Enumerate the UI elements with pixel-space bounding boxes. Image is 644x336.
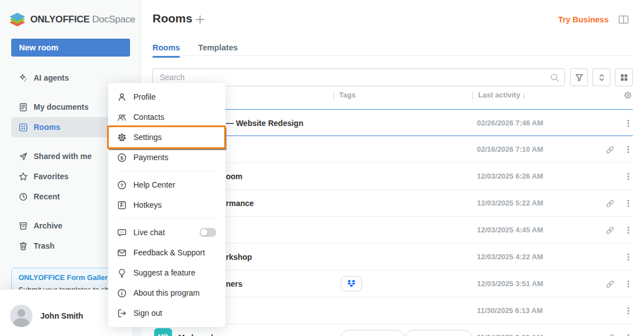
tag-pill[interactable]: [341, 330, 404, 336]
bulb-icon: [117, 268, 127, 278]
docspace-app: ONLYOFFICE DocSpace New room AI agents: [0, 0, 644, 336]
room-name: ners: [226, 270, 243, 297]
copy-link-icon[interactable]: [605, 279, 615, 289]
sort-button[interactable]: [592, 68, 610, 86]
sidebar-item-label: AI agents: [34, 73, 69, 82]
mail-icon: [117, 248, 127, 258]
last-activity-date: 12/03/2025 5:22 AM: [477, 190, 543, 217]
menu-item-hotkeys[interactable]: F Hotkeys: [108, 195, 225, 215]
copy-link-icon[interactable]: [605, 199, 615, 208]
user-name: John Smith: [40, 311, 83, 320]
grid-view-icon: [619, 73, 629, 82]
row-context-menu-icon[interactable]: [624, 226, 633, 235]
onlyoffice-logo-icon: [9, 12, 26, 27]
sidebar-item-label: Trash: [34, 241, 54, 250]
last-activity-date: 02/16/2026 7:10 AM: [477, 136, 543, 163]
menu-item-about[interactable]: About this program: [108, 283, 225, 303]
row-context-menu-icon[interactable]: [624, 306, 633, 315]
svg-text:F: F: [120, 202, 123, 208]
dropbox-tag-badge[interactable]: [341, 276, 362, 291]
rooms-icon: [18, 122, 28, 132]
menu-item-live-chat[interactable]: Live chat: [108, 222, 225, 242]
chat-icon: [117, 228, 127, 237]
tabs-bar: Rooms Templates: [152, 43, 633, 56]
sort-icon: [597, 73, 606, 82]
panel-toggle-icon[interactable]: [618, 15, 629, 25]
menu-divider: [117, 171, 216, 171]
room-name: — Website Redesign: [226, 110, 303, 137]
svg-text:$: $: [121, 154, 124, 160]
sidebar-item-label: Archive: [34, 221, 62, 230]
column-header-tags[interactable]: Tags: [339, 91, 355, 99]
add-room-icon[interactable]: [195, 15, 205, 25]
last-activity-date: 12/03/2025 4:45 AM: [477, 217, 543, 244]
row-context-menu-icon[interactable]: [624, 199, 633, 208]
menu-item-payments[interactable]: $ Payments: [108, 147, 225, 167]
tab-templates[interactable]: Templates: [198, 43, 238, 57]
row-context-menu-icon[interactable]: [624, 333, 633, 336]
row-context-menu-icon[interactable]: [624, 172, 633, 181]
column-header-last-activity[interactable]: Last activity ↓: [478, 91, 526, 99]
row-context-menu-icon[interactable]: [624, 253, 633, 262]
live-chat-toggle[interactable]: [200, 228, 216, 237]
menu-item-help-center[interactable]: ? Help Center: [108, 175, 225, 195]
try-business-link[interactable]: Try Business: [558, 15, 609, 24]
user-profile-bar[interactable]: John Smith: [10, 305, 83, 327]
tag-pill[interactable]: [405, 330, 472, 336]
filter-button[interactable]: [570, 68, 588, 86]
svg-text:?: ?: [121, 182, 124, 188]
last-activity-date: 12/03/2025 6:26 AM: [477, 163, 543, 190]
sidebar-item-label: Rooms: [34, 123, 60, 132]
last-activity-date: 02/26/2026 7:46 AM: [477, 110, 543, 137]
last-activity-date: 11/04/2025 6:03 AM: [477, 324, 543, 336]
copy-link-icon[interactable]: [605, 226, 615, 235]
table-settings-gear-icon[interactable]: [623, 91, 632, 100]
document-icon: [18, 102, 28, 112]
last-activity-date: 12/03/2025 3:51 AM: [477, 270, 543, 297]
copy-link-icon[interactable]: [605, 145, 615, 155]
menu-divider: [117, 218, 216, 219]
sidebar-item-label: Favorites: [34, 172, 68, 181]
table-row[interactable]: MBMy brand11/04/2025 6:03 AM: [152, 324, 633, 336]
row-context-menu-icon[interactable]: [624, 119, 633, 128]
row-context-menu-icon[interactable]: [624, 145, 633, 154]
signout-icon: [117, 309, 127, 318]
sort-desc-arrow: ↓: [522, 91, 526, 99]
account-dropdown-menu: Profile Contacts Settings: [108, 83, 225, 327]
payments-icon: $: [117, 153, 127, 162]
sidebar-item-label: Shared with me: [34, 152, 91, 161]
funnel-icon: [574, 73, 584, 82]
column-separator[interactable]: [333, 92, 334, 100]
column-separator[interactable]: [472, 92, 473, 100]
row-context-menu-icon[interactable]: [624, 279, 633, 288]
copy-link-icon[interactable]: [605, 333, 615, 336]
last-activity-date: 12/03/2025 4:22 AM: [477, 244, 543, 270]
last-activity-date: 11/30/2025 6:13 AM: [477, 297, 543, 324]
view-switch-button[interactable]: [615, 68, 633, 86]
room-name: rmance: [226, 190, 254, 217]
menu-item-settings[interactable]: Settings: [108, 127, 225, 147]
room-avatar: MB: [154, 328, 172, 336]
room-name: oom: [226, 163, 243, 190]
menu-item-contacts[interactable]: Contacts: [108, 107, 225, 127]
clock-icon: [18, 192, 28, 202]
trash-icon: [18, 241, 28, 251]
shared-icon: [18, 151, 28, 161]
user-avatar[interactable]: [10, 305, 33, 327]
brand-text: ONLYOFFICE DocSpace: [30, 14, 135, 25]
page-title: Rooms: [152, 12, 192, 25]
form-gallery-title: ONLYOFFICE Form Gallery: [18, 273, 122, 282]
tab-rooms[interactable]: Rooms: [152, 43, 180, 57]
sparkle-icon: [18, 73, 28, 83]
sidebar-item-label: My documents: [34, 102, 89, 111]
menu-item-feedback-support[interactable]: Feedback & Support: [108, 242, 225, 263]
sidebar-item-label: Recent: [34, 192, 60, 201]
new-room-button[interactable]: New room: [11, 39, 130, 57]
star-icon: [18, 171, 28, 181]
app-logo[interactable]: ONLYOFFICE DocSpace: [0, 0, 141, 28]
menu-item-suggest-feature[interactable]: Suggest a feature: [108, 263, 225, 283]
info-icon: [117, 288, 127, 298]
menu-item-profile[interactable]: Profile: [108, 87, 225, 107]
menu-item-sign-out[interactable]: Sign out: [108, 303, 225, 323]
contacts-icon: [117, 113, 127, 122]
